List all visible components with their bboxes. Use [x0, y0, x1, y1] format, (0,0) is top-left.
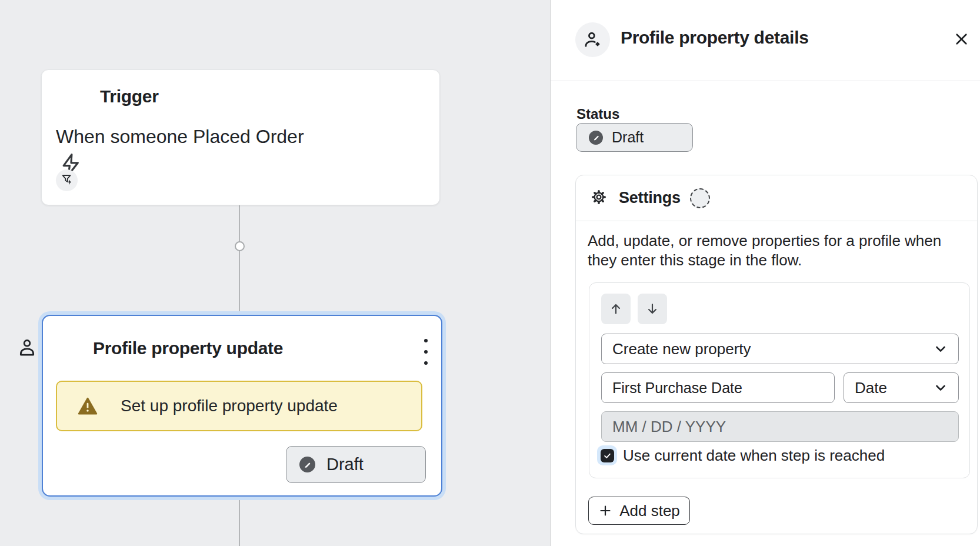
settings-title: Settings — [619, 189, 681, 207]
add-step-label: Add step — [619, 502, 680, 520]
checkmark-icon — [603, 451, 612, 460]
settings-description: Add, update, or remove properties for a … — [588, 231, 964, 270]
property-type-select-value: Date — [855, 379, 887, 397]
status-badge: Draft — [286, 446, 426, 483]
property-action-select[interactable]: Create new property — [601, 334, 959, 364]
status-chip: Draft — [576, 123, 693, 152]
dotted-progress-icon — [690, 188, 710, 208]
draft-pencil-icon — [589, 131, 603, 145]
status-badge-label: Draft — [326, 455, 364, 474]
property-type-select[interactable]: Date — [844, 372, 959, 403]
property-name-field-wrap — [601, 372, 835, 403]
property-name-input[interactable] — [612, 373, 824, 402]
close-icon[interactable] — [951, 28, 972, 49]
kebab-menu-icon[interactable] — [418, 339, 434, 365]
settings-card: Settings Add, update, or remove properti… — [575, 175, 978, 534]
status-chip-label: Draft — [612, 129, 644, 146]
profile-property-icon — [575, 22, 610, 57]
warning-triangle-icon — [78, 397, 98, 415]
flow-editor: Trigger When someone Placed Order Profil… — [0, 0, 980, 546]
arrow-up-icon — [608, 301, 624, 317]
trigger-card-title: Trigger — [100, 86, 159, 107]
property-step-group: Create new property Date — [589, 282, 970, 478]
trigger-card-description: When someone Placed Order — [56, 125, 304, 148]
warning-text: Set up profile property update — [121, 397, 338, 415]
date-value-input — [612, 412, 948, 441]
details-panel: Profile property details Status Draft — [551, 0, 980, 546]
property-action-select-value: Create new property — [612, 340, 751, 358]
plus-icon — [598, 504, 612, 518]
use-current-date-row: Use current date when step is reached — [597, 445, 885, 465]
trigger-filter-chip[interactable] — [56, 169, 78, 191]
date-value-field-wrap — [601, 411, 959, 442]
connector-node — [235, 241, 245, 251]
chevron-down-icon — [934, 342, 948, 356]
move-down-button[interactable] — [638, 294, 667, 324]
gear-icon — [591, 189, 607, 208]
person-icon — [17, 337, 37, 359]
filter-lightning-icon — [61, 173, 74, 188]
panel-title: Profile property details — [621, 27, 809, 48]
settings-header: Settings — [576, 175, 977, 221]
status-label: Status — [576, 106, 619, 122]
add-step-button[interactable]: Add step — [588, 497, 690, 525]
header-divider — [551, 81, 980, 81]
flow-canvas[interactable]: Trigger When someone Placed Order Profil… — [0, 0, 551, 546]
draft-pencil-icon — [299, 457, 315, 472]
chevron-down-icon — [934, 381, 948, 395]
arrow-down-icon — [645, 301, 660, 317]
setup-warning-banner[interactable]: Set up profile property update — [56, 381, 422, 431]
action-card-title: Profile property update — [93, 338, 283, 359]
use-current-date-label: Use current date when step is reached — [623, 447, 885, 465]
move-up-button[interactable] — [601, 294, 631, 324]
use-current-date-checkbox[interactable] — [597, 445, 617, 465]
